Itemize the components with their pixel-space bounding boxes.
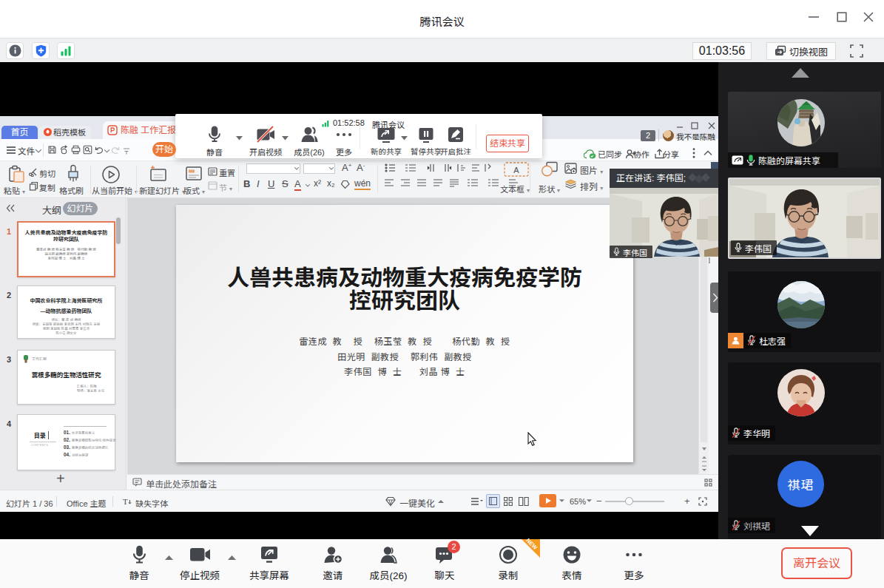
svg-text:T: T bbox=[123, 497, 128, 506]
svg-text:A: A bbox=[513, 166, 519, 175]
